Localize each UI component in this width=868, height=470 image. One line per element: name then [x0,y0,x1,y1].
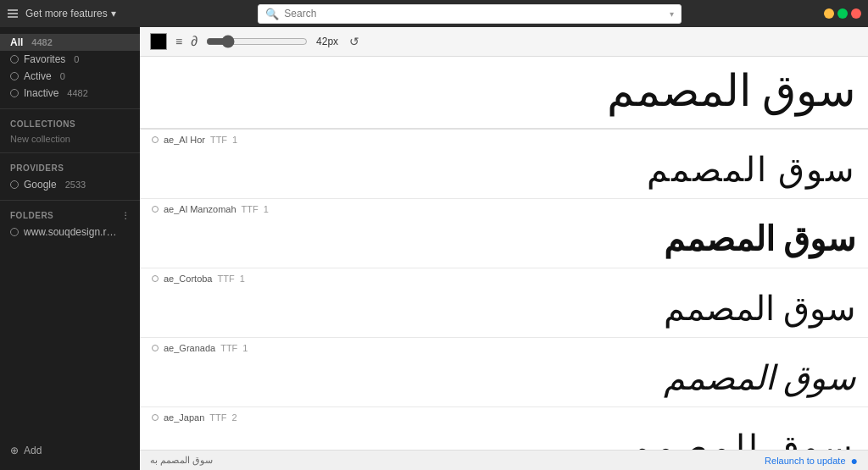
folder-label: www.souqdesign.ru... [24,226,117,238]
collections-label: COLLECTIONS [10,119,75,129]
content-area: ≡ ∂ 42px ↺ سوق المصمم ae_Al Hor TTF [140,27,868,470]
list-view-icon[interactable] [7,8,19,19]
ae-granada-name: ae_Granada [164,343,215,353]
titlebar-right [824,8,861,19]
ae-granada-preview[interactable]: سوق المصمم [140,355,868,406]
ae-cortoba-circle-icon [152,275,159,282]
active-circle-icon [10,72,19,80]
ae-cortoba-preview[interactable]: سوق المصمم [140,285,868,337]
ae-japan-preview[interactable]: سوق المصمم [140,424,868,450]
feature-btn-chevron: ▾ [111,8,116,19]
ae-granada-count: 1 [242,343,248,353]
font-meta-ae-cortoba: ae_Cortoba TTF 1 [140,268,868,285]
collections-section: COLLECTIONS New collection [0,113,140,146]
inactive-count: 4482 [67,88,87,98]
ae-al-hor-count: 1 [232,135,237,145]
font-list: سوق المصمم ae_Al Hor TTF 1 سوق المصمم [140,57,868,450]
new-collection-label: New collection [10,134,70,144]
maximize-button[interactable] [837,8,848,19]
sidebar-item-folder-souq[interactable]: www.souqdesign.ru... [0,224,140,241]
font-meta-ae-japan: ae_Japan TTF 2 [140,407,868,424]
ae-japan-name: ae_Japan [164,412,204,423]
align-icon[interactable]: ≡ [175,35,182,48]
divider-2 [0,152,140,153]
ae-granada-circle-icon [152,345,159,351]
ae-al-manzomah-count: 1 [264,204,269,214]
divider-3 [0,200,140,201]
sidebar-item-inactive[interactable]: Inactive 4482 [0,85,140,102]
ae-cortoba-type: TTF [218,274,235,284]
ae-granada-type: TTF [220,343,237,353]
sidebar-item-google[interactable]: Google 2533 [0,176,140,193]
folders-label: FOLDERS [10,211,53,220]
add-label: Add [24,445,42,456]
svg-rect-2 [8,16,18,18]
folder-circle-icon [10,228,19,236]
toolbar: ≡ ∂ 42px ↺ [140,27,868,57]
search-input[interactable] [284,8,665,19]
ae-al-manzomah-circle-icon [152,206,159,213]
ae-al-hor-preview[interactable]: سوق المصمم [140,147,868,198]
divider-1 [0,108,140,109]
size-display: 42px [316,36,338,47]
ae-al-manzomah-preview[interactable]: سوق المصمم [140,216,868,268]
ae-cortoba-count: 1 [240,274,245,284]
sidebar-item-active[interactable]: Active 0 [0,68,140,85]
search-dropdown-icon[interactable]: ▾ [670,9,674,19]
ae-al-hor-text: سوق المصمم [647,150,856,190]
all-count: 4482 [31,37,52,47]
favorites-circle-icon [10,55,19,64]
font-item-ae-al-manzomah: ae_Al Manzomah TTF 1 سوق المصمم [140,199,868,268]
search-bar[interactable]: 🔍 ▾ [258,4,682,24]
add-icon: ⊕ [10,445,19,456]
google-label: Google [24,179,57,191]
new-collection-item[interactable]: New collection [0,132,140,146]
relaunch-button[interactable]: Relaunch to update [765,456,845,466]
top-preview-text: سوق المصمم [607,65,856,116]
ae-al-manzomah-name: ae_Al Manzomah [164,204,236,214]
add-button[interactable]: ⊕ Add [0,438,140,463]
main-layout: All 4482 Favorites 0 Active 0 Inactive 4… [0,27,868,470]
providers-label: PROVIDERS [10,163,64,173]
color-picker[interactable] [150,33,167,50]
google-count: 2533 [65,180,86,190]
ae-japan-type: TTF [209,412,226,423]
providers-header: PROVIDERS [0,157,140,176]
inactive-label: Inactive [24,87,58,99]
sidebar-item-favorites[interactable]: Favorites 0 [0,51,140,68]
minimize-button[interactable] [824,8,834,19]
font-item-ae-cortoba: ae_Cortoba TTF 1 سوق المصمم [140,268,868,338]
providers-section: PROVIDERS Google 2533 [0,157,140,193]
top-font-preview[interactable]: سوق المصمم [140,57,868,128]
font-item-top-preview: سوق المصمم [140,57,868,130]
folders-section: FOLDERS ⋮ www.souqdesign.ru... [0,204,140,241]
size-slider[interactable] [206,35,308,48]
script-icon[interactable]: ∂ [191,34,198,49]
titlebar: Get more features ▾ 🔍 ▾ [0,0,868,27]
feature-btn-label: Get more features [25,8,108,19]
close-button[interactable] [851,8,861,19]
update-dot-icon: ● [851,454,858,467]
ae-cortoba-name: ae_Cortoba [164,274,213,284]
favorites-count: 0 [74,54,79,64]
active-label: Active [24,70,52,82]
ae-japan-text: سوق المصمم [630,428,856,450]
reset-size-button[interactable]: ↺ [347,32,362,51]
ae-al-hor-name: ae_Al Hor [164,135,205,145]
all-label: All [10,36,23,48]
font-item-ae-granada: ae_Granada TTF 1 سوق المصمم [140,338,868,407]
font-info: سوق المصمم به [150,455,213,466]
font-item-ae-japan: ae_Japan TTF 2 سوق المصمم [140,407,868,450]
ae-al-manzomah-type: TTF [242,204,259,214]
ae-japan-count: 2 [232,412,237,423]
get-more-features-button[interactable]: Get more features ▾ [25,8,116,19]
sidebar-item-all[interactable]: All 4482 [0,34,140,51]
google-circle-icon [10,180,19,189]
folders-more-icon[interactable]: ⋮ [121,211,131,220]
font-item-ae-al-hor: ae_Al Hor TTF 1 سوق المصمم [140,130,868,199]
titlebar-left: Get more features ▾ [7,8,116,19]
ae-al-hor-type: TTF [210,135,227,145]
sidebar-spacer [0,244,140,438]
collections-header: COLLECTIONS [0,113,140,132]
filter-section: All 4482 Favorites 0 Active 0 Inactive 4… [0,34,140,102]
